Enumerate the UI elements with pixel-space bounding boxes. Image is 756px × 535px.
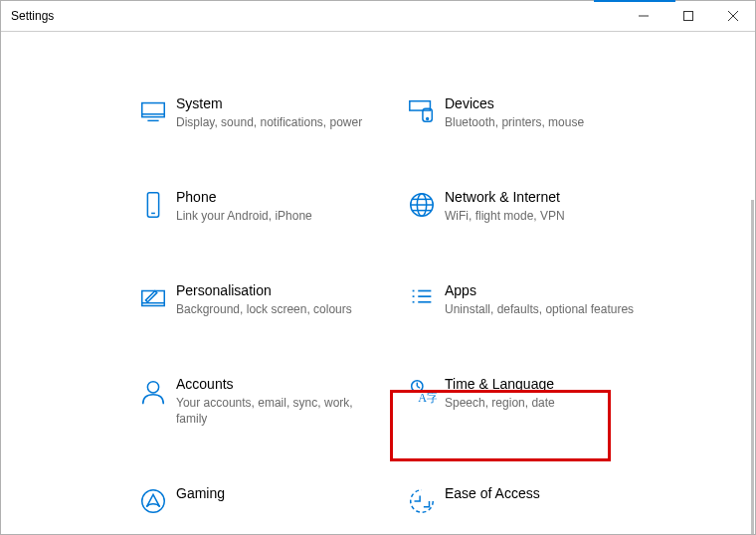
tile-label: Gaming — [176, 484, 369, 502]
svg-point-31 — [147, 382, 158, 393]
tile-sub: Speech, region, date — [445, 395, 638, 411]
maximize-button[interactable] — [665, 1, 710, 31]
tile-time-language[interactable]: A字 Time & Language Speech, region, date — [399, 371, 648, 431]
tile-sub: Background, lock screen, colours — [176, 301, 369, 317]
tile-label: Apps — [445, 281, 638, 299]
tile-sub: Uninstall, defaults, optional features — [445, 301, 638, 317]
tile-devices[interactable]: Devices Bluetooth, printers, mouse — [399, 90, 648, 134]
ease-of-access-icon — [399, 484, 445, 516]
window-controls — [621, 1, 755, 31]
globe-icon — [399, 188, 445, 220]
devices-icon — [399, 94, 445, 126]
tile-accounts[interactable]: Accounts Your accounts, email, sync, wor… — [130, 371, 379, 431]
tile-label: Personalisation — [176, 281, 369, 299]
minimize-icon — [639, 11, 649, 21]
tile-label: Accounts — [176, 375, 369, 393]
gaming-icon — [130, 484, 176, 516]
tile-apps[interactable]: Apps Uninstall, defaults, optional featu… — [399, 277, 648, 321]
title-bar: Settings — [1, 1, 755, 32]
tile-system[interactable]: System Display, sound, notifications, po… — [130, 90, 379, 134]
tile-label: Network & Internet — [445, 188, 638, 206]
svg-point-15 — [427, 118, 429, 120]
scrollbar[interactable] — [751, 200, 754, 534]
close-icon — [728, 11, 738, 21]
tile-network[interactable]: Network & Internet WiFi, flight mode, VP… — [399, 184, 648, 228]
settings-window: Settings System Dis — [0, 0, 756, 535]
accent-strip — [594, 0, 675, 2]
tile-personalisation[interactable]: Personalisation Background, lock screen,… — [130, 277, 379, 321]
tile-gaming[interactable]: Gaming — [130, 480, 379, 520]
time-language-icon: A字 — [399, 375, 445, 407]
apps-icon — [399, 281, 445, 313]
minimize-button[interactable] — [621, 1, 665, 31]
tile-label: Devices — [445, 94, 638, 112]
system-icon — [130, 94, 176, 126]
settings-grid: System Display, sound, notifications, po… — [1, 31, 755, 520]
tile-sub: Your accounts, email, sync, work, family — [176, 395, 369, 427]
personalisation-icon — [130, 281, 176, 313]
close-button[interactable] — [710, 1, 755, 31]
tile-sub: WiFi, flight mode, VPN — [445, 208, 638, 224]
tile-label: Ease of Access — [445, 484, 638, 502]
svg-line-34 — [417, 386, 420, 388]
svg-text:A字: A字 — [418, 391, 437, 405]
tile-sub: Bluetooth, printers, mouse — [445, 114, 638, 130]
tile-phone[interactable]: Phone Link your Android, iPhone — [130, 184, 379, 228]
tile-label: Time & Language — [445, 375, 638, 393]
tile-ease-of-access[interactable]: Ease of Access — [399, 480, 648, 520]
tile-sub: Link your Android, iPhone — [176, 208, 369, 224]
phone-icon — [130, 188, 176, 220]
tile-label: Phone — [176, 188, 369, 206]
content-area: System Display, sound, notifications, po… — [1, 31, 755, 534]
window-title: Settings — [1, 1, 54, 31]
accounts-icon — [130, 375, 176, 407]
tile-label: System — [176, 94, 369, 112]
svg-rect-1 — [683, 12, 692, 21]
maximize-icon — [683, 11, 693, 21]
tile-sub: Display, sound, notifications, power — [176, 114, 369, 130]
